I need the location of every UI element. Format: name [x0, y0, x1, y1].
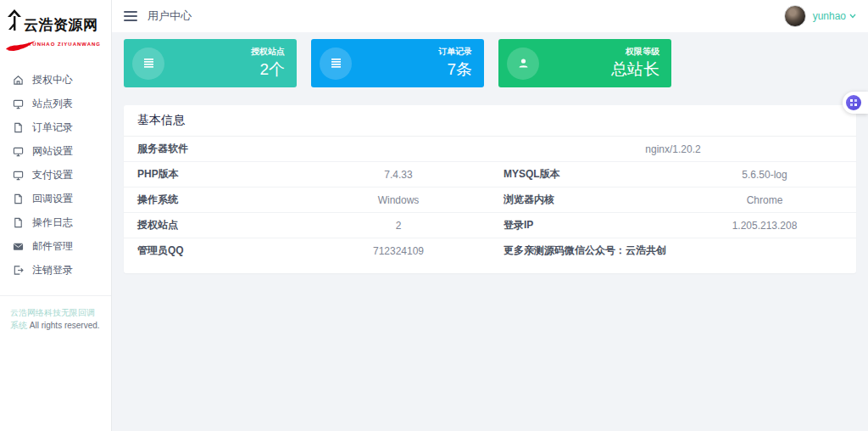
- row-value: nginx/1.20.2: [490, 137, 856, 162]
- sidebar-item-website-settings[interactable]: 网站设置: [0, 139, 111, 163]
- sidebar-item-label: 回调设置: [32, 192, 73, 206]
- row-label: 管理员QQ: [124, 238, 307, 264]
- row-label: 浏览器内核: [490, 188, 673, 213]
- sidebar-item-label: 站点列表: [32, 97, 73, 111]
- hamburger-icon[interactable]: [124, 11, 137, 21]
- footer-rights: All rights reserved.: [30, 321, 100, 330]
- stat-card-auth-sites[interactable]: 授权站点 2个: [124, 39, 297, 87]
- row-value: Chrome: [673, 188, 856, 213]
- sidebar-item-label: 邮件管理: [32, 239, 73, 254]
- sidebar-item-site-list[interactable]: 站点列表: [0, 92, 111, 115]
- user-menu[interactable]: yunhao: [784, 5, 856, 27]
- content: 授权站点 2个 订单记录 7条: [112, 32, 868, 431]
- row-label: 登录IP: [490, 213, 673, 238]
- sidebar-item-operation-logs[interactable]: 操作日志: [0, 210, 111, 234]
- row-value: 2: [307, 213, 490, 238]
- file-icon: [12, 121, 24, 133]
- row-value: 712324109: [307, 238, 490, 264]
- logo: 云浩资源网 YUNHAO ZIYUANWANG: [0, 0, 111, 61]
- empty-cell: [307, 137, 490, 162]
- stat-card-order-records[interactable]: 订单记录 7条: [311, 39, 484, 87]
- sidebar: 云浩资源网 YUNHAO ZIYUANWANG 授权中心: [0, 0, 112, 431]
- sidebar-item-mail-management[interactable]: 邮件管理: [0, 234, 111, 258]
- page: 云浩资源网 YUNHAO ZIYUANWANG 授权中心: [0, 0, 868, 431]
- chevron-down-icon: [849, 14, 856, 19]
- logo-title: 云浩资源网: [24, 15, 98, 35]
- file-icon: [12, 193, 24, 204]
- panel-title: 基本信息: [124, 105, 856, 137]
- avatar[interactable]: [784, 5, 806, 27]
- sidebar-item-auth-center[interactable]: 授权中心: [0, 68, 111, 92]
- user-icon: [507, 48, 539, 80]
- file-icon: [12, 216, 24, 228]
- sidebar-item-label: 订单记录: [32, 120, 73, 135]
- promo-text: 更多亲测源码微信公众号：云浩共创: [490, 238, 856, 264]
- floating-widget[interactable]: [843, 92, 868, 114]
- row-value: 7.4.33: [307, 162, 490, 188]
- row-value: 1.205.213.208: [673, 213, 856, 238]
- table-row: 服务器软件 nginx/1.20.2: [124, 137, 856, 162]
- home-icon: [12, 74, 24, 86]
- sidebar-item-label: 网站设置: [32, 144, 73, 159]
- table-row: 授权站点 2 登录IP 1.205.213.208: [124, 213, 856, 238]
- row-label: 授权站点: [124, 213, 307, 238]
- main-area: 用户中心 yunhao 授权站点 2个: [112, 0, 868, 431]
- mail-icon: [12, 240, 24, 252]
- sidebar-item-label: 操作日志: [32, 216, 73, 230]
- row-value: 5.6.50-log: [673, 162, 856, 188]
- monitor-icon: [12, 169, 24, 181]
- logo-mark-icon: [7, 8, 22, 41]
- row-value: Windows: [307, 188, 490, 213]
- sidebar-item-logout[interactable]: 注销登录: [0, 258, 111, 282]
- stat-value: 7条: [438, 59, 472, 81]
- stat-cards: 授权站点 2个 订单记录 7条: [124, 39, 856, 87]
- username: yunhao: [813, 10, 846, 22]
- list-icon: [132, 48, 164, 80]
- monitor-icon: [12, 98, 24, 109]
- sidebar-item-label: 注销登录: [32, 263, 73, 277]
- page-title: 用户中心: [147, 8, 192, 24]
- sidebar-item-callback-settings[interactable]: 回调设置: [0, 187, 111, 210]
- basic-info-table: 服务器软件 nginx/1.20.2 PHP版本 7.4.33 MYSQL版本 …: [124, 137, 856, 263]
- sidebar-menu: 授权中心 站点列表 订单记录 网站设置: [0, 61, 111, 282]
- sidebar-item-label: 授权中心: [32, 73, 73, 87]
- table-row: 操作系统 Windows 浏览器内核 Chrome: [124, 188, 856, 213]
- sidebar-footer: 云浩网络科技无限回调系统 All rights reserved.: [0, 295, 111, 332]
- table-row: 管理员QQ 712324109 更多亲测源码微信公众号：云浩共创: [124, 238, 856, 264]
- list-icon: [320, 48, 352, 80]
- row-label: 操作系统: [124, 188, 307, 213]
- stat-label: 授权站点: [251, 46, 285, 58]
- sidebar-item-label: 支付设置: [32, 168, 73, 182]
- row-label: MYSQL版本: [490, 162, 673, 188]
- logout-icon: [12, 264, 24, 276]
- row-label: PHP版本: [124, 162, 307, 188]
- logo-swoosh-icon: [5, 39, 37, 54]
- stat-card-permission-level[interactable]: 权限等级 总站长: [498, 39, 671, 87]
- monitor-icon: [12, 145, 24, 157]
- stat-label: 订单记录: [438, 46, 472, 58]
- basic-info-panel: 基本信息 服务器软件 nginx/1.20.2 PHP版本 7.4.33 MYS…: [124, 105, 856, 273]
- topbar: 用户中心 yunhao: [112, 0, 868, 32]
- table-row: PHP版本 7.4.33 MYSQL版本 5.6.50-log: [124, 162, 856, 188]
- sidebar-item-order-records[interactable]: 订单记录: [0, 115, 111, 139]
- row-label: 服务器软件: [124, 137, 307, 162]
- stat-label: 权限等级: [611, 46, 659, 58]
- sidebar-item-payment-settings[interactable]: 支付设置: [0, 163, 111, 187]
- stat-value: 总站长: [611, 59, 659, 81]
- assistant-plugin-icon: [846, 95, 861, 110]
- stat-value: 2个: [251, 59, 285, 81]
